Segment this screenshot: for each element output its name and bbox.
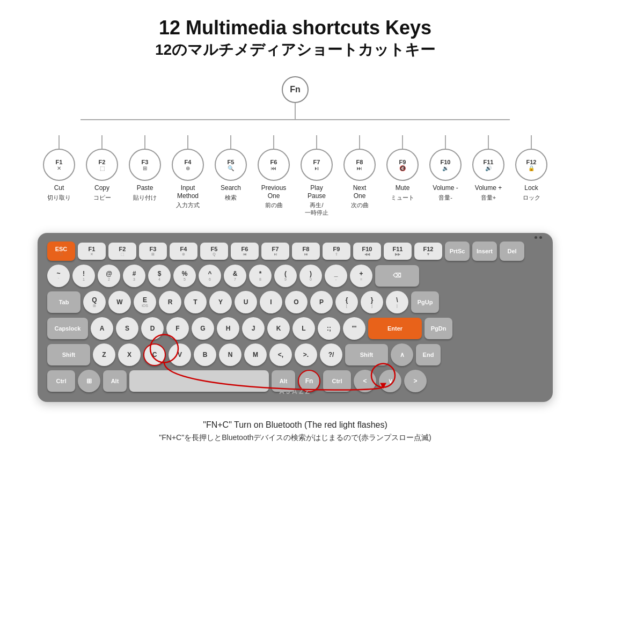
fn-diagram: Fn F1✕Cut切り取りF2⬚CopyコピーF3⊞Paste貼り付けF4⊕In… <box>11 76 580 216</box>
fn-key-col-f4: F4⊕Input Method入力方式 <box>166 135 209 216</box>
fn-key-col-f9: F9🔇Muteミュート <box>381 135 424 216</box>
key-round-x: X <box>118 343 141 366</box>
key-f2: F2⬚ <box>108 243 136 260</box>
key-round-u: U <box>235 291 257 313</box>
key-esc: ESC□ <box>47 241 75 261</box>
keyboard-wrapper: ESC□F1✕F2⬚F3⊠F4⊕F5QF6⏮F7⏯F8⏭F9⇧F10◀◀F11▶… <box>38 233 553 402</box>
key-round-i: I <box>260 291 282 313</box>
key-tab: Tab <box>47 291 80 313</box>
key-f6: F6⏮ <box>231 243 259 260</box>
key-round-k: K <box>267 317 290 340</box>
key-f7: F7⏯ <box>261 243 289 260</box>
key-round-n: N <box>219 343 241 366</box>
key-f10: F10◀◀ <box>353 243 381 260</box>
key-round-m: M <box>244 343 267 366</box>
key-round-: += <box>350 265 372 287</box>
key-capslock: Capslock <box>47 318 88 339</box>
key-enter: Enter <box>368 318 422 339</box>
key-round-v: V <box>169 343 191 366</box>
key-round-o: O <box>285 291 308 313</box>
key-del: Del <box>500 241 524 261</box>
key-: ⌫ <box>375 265 419 287</box>
key-round-w: W <box>108 291 131 313</box>
key-round-q: Q⊞ <box>83 291 106 313</box>
key-ctrl: Ctrl <box>323 370 351 392</box>
fn-key-col-f12: F12🔒Lockロック <box>510 135 553 216</box>
fn-key-col-f11: F11🔊Volume +音量+ <box>467 135 510 216</box>
key-round-: <, <box>269 343 292 366</box>
key-round-: ∧ <box>391 343 413 366</box>
fn-key-col-f2: F2⬚Copyコピー <box>80 135 123 216</box>
key-round-: < <box>354 370 376 392</box>
key-round-e: EiOS <box>134 291 156 313</box>
fn-key: Fn <box>282 76 309 103</box>
key-round-: \| <box>386 291 408 313</box>
fn-key-col-f7: F7⏯Play Pause再生/ 一時停止 <box>295 135 338 216</box>
bottom-line2: "FN+C"を長押しとBluetoothデバイスの検索がはじまるので(赤ランプス… <box>159 431 431 443</box>
key-round-z: Z <box>93 343 115 366</box>
key-f12: F12▼ <box>414 243 442 260</box>
key-shift: Shift <box>345 344 388 365</box>
fn-key-col-f1: F1✕Cut切り取り <box>38 135 80 216</box>
key-f3: F3⊠ <box>139 243 167 260</box>
fn-key-col-f5: F5🔍Search検索 <box>209 135 252 216</box>
key-round-s: S <box>116 317 138 340</box>
key-round-: > <box>404 370 427 392</box>
key-round-: ∨ <box>379 370 401 392</box>
key-pgup: PgUp <box>411 291 439 313</box>
key-round-: #3 <box>123 265 145 287</box>
key-round-: >. <box>295 343 317 366</box>
key-round-: }] <box>361 291 383 313</box>
key-end: End <box>416 344 441 365</box>
key-round-: $4 <box>148 265 171 287</box>
key-round-g: G <box>192 317 214 340</box>
key-round-t: T <box>184 291 207 313</box>
fn-key-col-f8: F8⏭Next One次の曲 <box>338 135 381 216</box>
key-round-: !1 <box>72 265 95 287</box>
key-round-p: P <box>310 291 333 313</box>
key-f5: F5Q <box>200 243 228 260</box>
key-round-a: A <box>91 317 113 340</box>
fn-key-col-f3: F3⊞Paste貼り付け <box>123 135 166 216</box>
key-round-: (9 <box>274 265 297 287</box>
key-round-j: J <box>242 317 265 340</box>
key-f1: F1✕ <box>78 243 106 260</box>
title-jp: 12のマルチメディアショートカットキー <box>155 39 435 60</box>
key-shift: Shift <box>47 344 90 365</box>
fn-key-col-f6: F6⏮Previous One前の曲 <box>252 135 295 216</box>
key-insert: Insert <box>472 241 497 261</box>
key-alt: Alt <box>103 370 127 392</box>
title-section: 12 Multimedia shortcuts Keys 12のマルチメディアシ… <box>155 16 435 60</box>
key-round-h: H <box>217 317 239 340</box>
key-blank <box>129 370 269 392</box>
key-round-c: C <box>143 343 166 366</box>
key-round-f: F <box>166 317 189 340</box>
bottom-text: "FN+C" Turn on Bluetooth (The red light … <box>159 418 431 444</box>
key-round-b: B <box>194 343 216 366</box>
bottom-line1: "FN+C" Turn on Bluetooth (The red light … <box>159 418 431 432</box>
key-f9: F9⇧ <box>323 243 350 260</box>
keyboard-container: ESC□F1✕F2⬚F3⊠F4⊕F5QF6⏮F7⏯F8⏭F9⇧F10◀◀F11▶… <box>38 222 553 402</box>
key-round-: _- <box>325 265 347 287</box>
key-ctrl: Ctrl <box>47 370 75 392</box>
key-round-l: L <box>292 317 315 340</box>
key-f4: F4⊕ <box>170 243 197 260</box>
key-round-: &7 <box>224 265 246 287</box>
key-round-d: D <box>141 317 164 340</box>
key-round-: *8 <box>249 265 272 287</box>
key-round-: "' <box>343 317 365 340</box>
key-round-: %5 <box>173 265 196 287</box>
key-round-y: Y <box>209 291 232 313</box>
key-round-: ?/ <box>320 343 342 366</box>
fn-key-col-f10: F10🔉Volume -音量- <box>424 135 467 216</box>
key-pgdn: PgDn <box>425 318 452 339</box>
key-round-: @2 <box>98 265 120 287</box>
key-round-: {[ <box>335 291 358 313</box>
fn-keys-row: F1✕Cut切り取りF2⬚CopyコピーF3⊞Paste貼り付けF4⊕Input… <box>38 135 553 216</box>
key-prtsc: PrtSc <box>445 241 470 261</box>
key-round-: )0 <box>299 265 322 287</box>
key-round-: ~` <box>47 265 70 287</box>
key-round-: :; <box>318 317 340 340</box>
key-f8: F8⏭ <box>292 243 320 260</box>
keyboard-rows: ESC□F1✕F2⬚F3⊠F4⊕F5QF6⏮F7⏯F8⏭F9⇧F10◀◀F11▶… <box>47 241 543 392</box>
